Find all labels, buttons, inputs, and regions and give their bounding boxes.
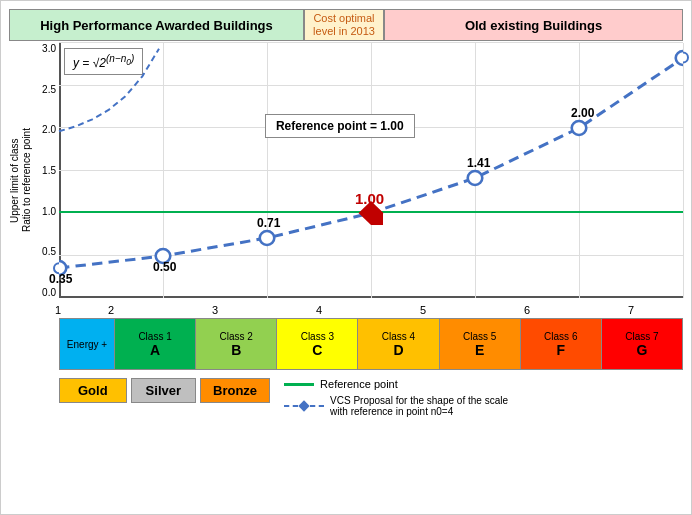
class6-top: Class 6 [544, 331, 577, 342]
svg-point-4 [468, 171, 483, 185]
class4-top: Class 4 [382, 331, 415, 342]
class4-cell: Class 4 D [358, 319, 439, 369]
vcs-legend: VCS Proposal for the shape of the scalew… [284, 395, 508, 417]
energy-plus-top: Energy + [67, 339, 107, 350]
svg-point-2 [260, 231, 275, 245]
y-tick-25: 2.5 [42, 84, 56, 95]
y-tick-1: 1.0 [42, 206, 56, 217]
label-4: 1.00 [355, 190, 384, 207]
class5-bot: E [475, 342, 484, 358]
x-tick-1: 1 [55, 304, 61, 316]
y-tick-05: 0.5 [42, 246, 56, 257]
label-1: 0.35 [49, 272, 72, 286]
class7-top: Class 7 [625, 331, 658, 342]
class7-cell: Class 7 G [602, 319, 682, 369]
x-tick-4: 4 [267, 304, 371, 316]
class7-bot: G [636, 342, 647, 358]
label-2: 0.50 [153, 260, 176, 274]
class3-bot: C [312, 342, 322, 358]
class2-cell: Class 2 B [196, 319, 277, 369]
class5-top: Class 5 [463, 331, 496, 342]
class1-cell: Class 1 A [115, 319, 196, 369]
label-5: 1.41 [467, 156, 490, 170]
x-tick-6: 6 [475, 304, 579, 316]
banner-high-performance: High Performance Awarded Buildings [9, 9, 304, 41]
energy-plus-cell: Energy + [60, 319, 115, 369]
y-tick-0: 0.0 [42, 287, 56, 298]
x-tick-3: 3 [163, 304, 267, 316]
silver-badge: Silver [131, 378, 196, 403]
label-3: 0.71 [257, 216, 280, 230]
class3-top: Class 3 [301, 331, 334, 342]
class1-top: Class 1 [138, 331, 171, 342]
label-6: 2.00 [571, 106, 594, 120]
y-tick-3: 3.0 [42, 43, 56, 54]
medal-legend: Gold Silver Bronze [59, 378, 270, 403]
line-legend: Reference point VCS Proposal for the sha… [284, 378, 508, 417]
x-tick-5: 5 [371, 304, 475, 316]
x-tick-2: 2 [59, 304, 163, 316]
banner-old-buildings: Old existing Buildings [384, 9, 683, 41]
gold-badge: Gold [59, 378, 127, 403]
class3-cell: Class 3 C [277, 319, 358, 369]
legend-green-line [284, 383, 314, 386]
chart-area: Upper limit of classRatio to reference p… [9, 43, 683, 318]
class4-bot: D [393, 342, 403, 358]
legend-row: Gold Silver Bronze Reference point VCS P… [59, 378, 683, 417]
class5-cell: Class 5 E [440, 319, 521, 369]
x-tick-7: 7 [579, 304, 683, 316]
grid-v-7 [683, 43, 684, 298]
banner-cost-optimal: Cost optimal level in 2013 [304, 9, 384, 41]
class1-bot: A [150, 342, 160, 358]
x-tick-labels: 1 2 3 4 5 6 7 [59, 304, 683, 316]
y-tick-labels: 3.0 2.5 2.0 1.5 1.0 0.5 0.0 [31, 43, 59, 298]
main-container: High Performance Awarded Buildings Cost … [0, 0, 692, 515]
y-tick-2: 2.0 [42, 124, 56, 135]
svg-point-5 [572, 121, 587, 135]
ref-line-legend: Reference point [284, 378, 508, 390]
chart-plot: y = √2(n−n0) Reference point = 1.00 [59, 43, 683, 298]
y-axis-label: Upper limit of classRatio to reference p… [9, 43, 31, 318]
class2-bot: B [231, 342, 241, 358]
y-tick-15: 1.5 [42, 165, 56, 176]
dashed-legend-line [284, 402, 324, 410]
top-banner: High Performance Awarded Buildings Cost … [9, 9, 683, 41]
class6-cell: Class 6 F [521, 319, 602, 369]
class2-top: Class 2 [220, 331, 253, 342]
class-row: Energy + Class 1 A Class 2 B Class 3 C C… [59, 318, 683, 370]
bronze-badge: Bronze [200, 378, 270, 403]
svg-point-6 [676, 51, 683, 65]
class6-bot: F [556, 342, 565, 358]
